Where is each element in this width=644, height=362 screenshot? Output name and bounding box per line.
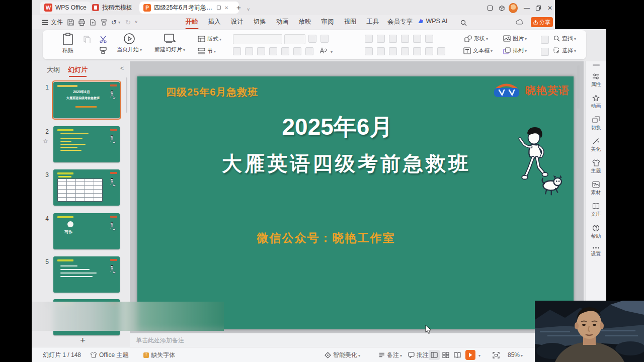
- template-tab[interactable]: 找稻壳模板: [88, 2, 136, 14]
- tab-list-chevron-icon[interactable]: ˅: [247, 5, 250, 14]
- tab-tools[interactable]: 工具: [367, 18, 379, 26]
- share-button[interactable]: 分享: [531, 17, 553, 27]
- panel-scrollbar[interactable]: [126, 77, 127, 113]
- format-painter-quick-icon[interactable]: [100, 19, 108, 26]
- tab-insert[interactable]: 插入: [208, 18, 221, 26]
- comment-button[interactable]: 批注: [408, 347, 429, 362]
- theme-indicator[interactable]: Office 主题: [90, 347, 128, 362]
- editor-scrollbar[interactable]: [577, 65, 580, 109]
- smart-beautify-button[interactable]: 智能美化: [325, 347, 360, 362]
- sidebar-item-assets[interactable]: 素材: [591, 181, 601, 196]
- find-button[interactable]: 查找: [553, 35, 576, 42]
- tab-view[interactable]: 视图: [344, 18, 357, 26]
- phonetic-guide-button[interactable]: [318, 46, 333, 55]
- restore-button[interactable]: [534, 4, 543, 13]
- textbox-button[interactable]: 文本框: [463, 47, 493, 54]
- add-slide-button[interactable]: +: [80, 335, 86, 346]
- sidebar-item-animation[interactable]: 动画: [591, 95, 601, 110]
- cut-scissors-icon[interactable]: [99, 35, 107, 43]
- layout-icon: [198, 36, 205, 42]
- slide-thumbnail-1[interactable]: 2025年6月 大雁英语四级考前急救班: [53, 82, 120, 118]
- tab-transition[interactable]: 切换: [254, 18, 266, 26]
- toolbar-collapse-chevron-icon[interactable]: ˅: [135, 20, 137, 25]
- slide-counter: 幻灯片 1 / 148: [43, 347, 81, 362]
- tab-design[interactable]: 设计: [231, 18, 244, 26]
- notes-bar[interactable]: 单击此处添加备注: [130, 333, 584, 347]
- fit-slide-button[interactable]: [493, 347, 500, 362]
- sidebar-item-settings[interactable]: 设置: [591, 246, 601, 257]
- sidebar-item-library[interactable]: 文库: [591, 203, 601, 218]
- close-button[interactable]: ✕: [545, 4, 554, 13]
- tab-home[interactable]: 开始: [186, 18, 198, 26]
- slide-thumbnail-2[interactable]: [53, 126, 120, 162]
- blur-overlay: [32, 302, 224, 331]
- thumb3-table: [57, 178, 103, 202]
- new-tab-button[interactable]: +: [236, 3, 241, 12]
- notes-button[interactable]: 备注: [379, 347, 402, 362]
- new-slide-button[interactable]: 新建幻灯片: [154, 33, 185, 53]
- slide-title-main: 大雁英语四级考前急救班: [137, 150, 555, 177]
- close-document-tab-icon[interactable]: ✕: [224, 5, 228, 11]
- slide-sorter-view-button[interactable]: [440, 347, 451, 362]
- extra-tool-disabled: [541, 36, 549, 44]
- file-menu[interactable]: 文件: [42, 18, 63, 27]
- print-icon[interactable]: [78, 19, 86, 26]
- save-icon[interactable]: [67, 19, 74, 26]
- redo-icon-disabled: ↻: [125, 19, 131, 26]
- switch-window-icon[interactable]: [486, 4, 495, 13]
- user-avatar[interactable]: [509, 4, 518, 13]
- shapes-button[interactable]: 形状: [464, 35, 488, 42]
- search-icon[interactable]: [460, 20, 467, 26]
- sidebar-item-theme[interactable]: 主题: [591, 159, 601, 174]
- sidebar-collapse-handle[interactable]: [593, 64, 600, 66]
- undo-icon[interactable]: ↺: [111, 19, 117, 26]
- format-painter-icon[interactable]: [99, 46, 107, 54]
- play-from-current-button[interactable]: 当页开始: [117, 33, 142, 53]
- missing-font-warning[interactable]: 缺失字体: [143, 347, 175, 362]
- tab-member[interactable]: 会员专享: [387, 18, 413, 26]
- tab-wps-ai[interactable]: WPS AI: [418, 18, 447, 25]
- minimize-button[interactable]: —: [522, 4, 531, 13]
- undo-chevron-icon[interactable]: ▾: [118, 20, 120, 25]
- slides-tab[interactable]: 幻灯片: [68, 65, 88, 74]
- arrange-button[interactable]: 排列: [503, 47, 527, 54]
- home-tab[interactable]: W WPS Office: [40, 2, 91, 14]
- tab-animation[interactable]: 动画: [276, 18, 289, 26]
- select-icon: [553, 47, 560, 54]
- reading-view-button[interactable]: [452, 347, 463, 362]
- zoom-level[interactable]: 85%: [508, 347, 523, 362]
- favorite-star-icon[interactable]: [43, 138, 48, 145]
- slide-canvas[interactable]: 四级25年6月急救班 晓艳英语 2025年6月 大雁英语四级考前急救班 微信公众…: [137, 76, 574, 329]
- section-button[interactable]: 节: [198, 47, 216, 55]
- cloud-sync-icon[interactable]: [516, 19, 524, 26]
- sidebar-item-properties[interactable]: 属性: [591, 73, 601, 88]
- tab-preview-icon[interactable]: [216, 5, 221, 10]
- play-slideshow-button[interactable]: [465, 347, 480, 362]
- paste-button[interactable]: 粘贴: [62, 33, 74, 54]
- collapse-panel-button[interactable]: <: [120, 65, 124, 72]
- shirt-icon: [90, 352, 97, 358]
- document-tab[interactable]: P 四级25年6月考前急救班-5 ✕: [139, 2, 239, 14]
- book-view-icon: [454, 352, 461, 358]
- tab-review[interactable]: 审阅: [321, 18, 334, 26]
- export-icon[interactable]: [89, 19, 97, 26]
- paragraph-buttons-top-disabled: [365, 35, 433, 43]
- wps-ai-icon: [418, 18, 424, 24]
- slide-thumbnail-3[interactable]: [53, 169, 120, 206]
- outline-tab[interactable]: 大纲: [47, 65, 60, 74]
- layout-button[interactable]: 版式: [198, 35, 221, 43]
- runner-illustration-mini: [109, 264, 116, 275]
- picture-button[interactable]: 图片: [503, 35, 527, 42]
- thumb4-label: 写作: [64, 229, 72, 235]
- normal-view-button[interactable]: [429, 347, 440, 362]
- select-button[interactable]: 选择: [553, 47, 576, 54]
- sidebar-item-transition[interactable]: 切换: [591, 116, 601, 131]
- paragraph-buttons-bottom-disabled: [365, 47, 445, 55]
- slide-thumbnail-4[interactable]: 写作: [53, 213, 120, 249]
- ribbon: 粘贴 当页开始 新建幻灯片 版式: [43, 30, 586, 59]
- apps-cube-icon[interactable]: [497, 4, 506, 13]
- sidebar-item-help[interactable]: 帮助: [591, 224, 601, 240]
- tab-slideshow[interactable]: 放映: [299, 18, 311, 26]
- sidebar-item-beautify[interactable]: 美化: [591, 138, 601, 153]
- slide-thumbnail-5[interactable]: [53, 256, 120, 293]
